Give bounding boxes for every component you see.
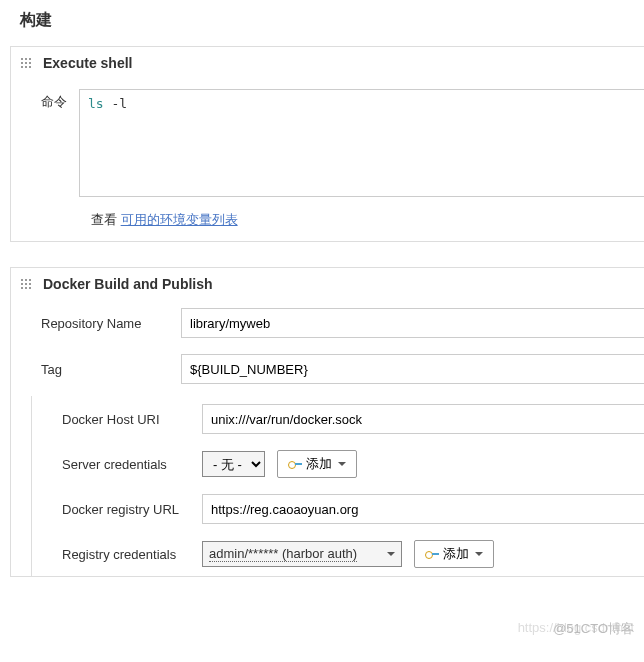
add-button-label: 添加	[443, 545, 469, 563]
page-title: 构建	[0, 0, 644, 46]
registry-cred-select[interactable]: admin/****** (harbor auth)	[202, 541, 402, 567]
docker-host-label: Docker Host URI	[62, 412, 202, 427]
command-input[interactable]: ls -l	[79, 89, 644, 197]
chevron-down-icon	[338, 462, 346, 466]
registry-url-input[interactable]	[202, 494, 644, 524]
server-cred-label: Server credentials	[62, 457, 202, 472]
helper-prefix: 查看	[91, 212, 121, 227]
execute-shell-section: Execute shell 命令 ls -l 查看 可用的环境变量列表	[10, 46, 644, 242]
key-icon	[288, 459, 302, 469]
server-cred-select[interactable]: - 无 -	[202, 451, 265, 477]
docker-build-section: Docker Build and Publish Repository Name…	[10, 267, 644, 577]
env-vars-link[interactable]: 可用的环境变量列表	[121, 212, 238, 227]
add-registry-cred-button[interactable]: 添加	[414, 540, 494, 568]
key-icon	[425, 549, 439, 559]
add-server-cred-button[interactable]: 添加	[277, 450, 357, 478]
helper-text-row: 查看 可用的环境变量列表	[11, 205, 644, 241]
chevron-down-icon	[387, 552, 395, 556]
repo-name-label: Repository Name	[41, 316, 181, 331]
docker-host-input[interactable]	[202, 404, 644, 434]
section-name: Execute shell	[43, 55, 133, 71]
command-label: 命令	[41, 89, 79, 111]
chevron-down-icon	[475, 552, 483, 556]
drag-handle-icon[interactable]	[19, 56, 33, 70]
registry-url-label: Docker registry URL	[62, 502, 202, 517]
section-header: Execute shell	[11, 47, 644, 79]
section-header: Docker Build and Publish	[11, 268, 644, 300]
section-name: Docker Build and Publish	[43, 276, 213, 292]
repo-name-input[interactable]	[181, 308, 644, 338]
add-button-label: 添加	[306, 455, 332, 473]
drag-handle-icon[interactable]	[19, 277, 33, 291]
registry-cred-label: Registry credentials	[62, 547, 202, 562]
inner-block: Docker Host URI Server credentials - 无 -…	[31, 396, 644, 576]
tag-label: Tag	[41, 362, 181, 377]
tag-input[interactable]	[181, 354, 644, 384]
